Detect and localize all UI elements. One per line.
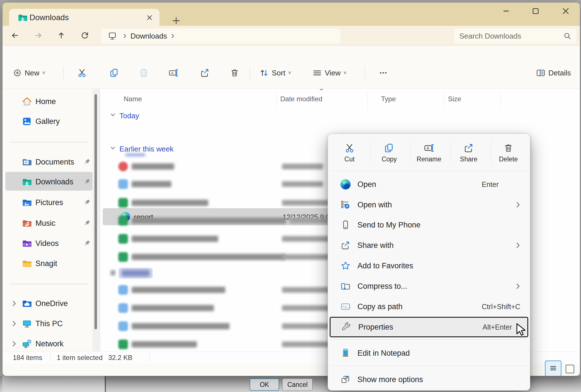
minimize-button[interactable] (494, 4, 519, 18)
tab-close-icon[interactable] (145, 13, 154, 22)
sidebar-item-pictures[interactable]: Pictures (3, 193, 92, 212)
menu-item-send-to-phone[interactable]: Send to My Phone (330, 215, 528, 235)
group-header-earlier-this-week[interactable]: Earlier this week (119, 145, 174, 153)
sidebar-item-label: Videos (35, 239, 59, 248)
delete-quick-button[interactable]: Delete (489, 137, 528, 168)
copy-quick-button[interactable]: Copy (369, 137, 409, 168)
redacted-file-name[interactable] (132, 323, 230, 329)
menu-item-open[interactable]: Open Enter (330, 174, 528, 194)
refresh-icon[interactable] (77, 28, 92, 43)
sidebar-scrollbar-thumb[interactable] (94, 94, 97, 329)
chevron-right-icon[interactable] (10, 340, 18, 347)
redacted-file-name[interactable] (132, 236, 218, 242)
redacted-file-name[interactable] (132, 200, 208, 206)
pin-icon (83, 178, 91, 186)
notepad-icon (340, 348, 351, 358)
redacted-group-label (121, 270, 150, 277)
sidebar-item-documents[interactable]: Documents (3, 153, 92, 171)
maximize-button[interactable] (523, 4, 548, 18)
redacted-file-name[interactable] (132, 181, 171, 187)
redacted-file-name[interactable] (132, 341, 197, 347)
column-header-type[interactable]: Type (381, 95, 396, 103)
breadcrumb-chevron-icon[interactable] (170, 33, 176, 39)
sort-button[interactable]: Sort˅ (259, 64, 291, 82)
doc-file-icon (118, 285, 128, 295)
search-input[interactable] (459, 31, 563, 41)
group-header-today[interactable]: Today (119, 111, 139, 120)
title-bar: Downloads (3, 3, 580, 26)
group-header-redacted[interactable] (119, 268, 153, 278)
forward-icon[interactable] (31, 28, 46, 43)
details-view-toggle[interactable] (545, 361, 561, 376)
new-tab-icon[interactable] (170, 15, 182, 26)
share-button[interactable] (196, 64, 213, 82)
copy-as-path-icon: \\.. (340, 302, 351, 312)
sidebar-item-this-pc[interactable]: This PC (3, 315, 92, 333)
redacted-file-name[interactable] (132, 218, 286, 224)
sidebar-item-videos[interactable]: Videos (3, 234, 92, 252)
menu-item-compress-to[interactable]: Compress to... (330, 276, 528, 296)
chevron-right-icon[interactable] (10, 300, 18, 307)
sidebar-item-label: Home (35, 97, 56, 106)
see-more-button[interactable] (375, 64, 392, 82)
column-divider[interactable] (276, 91, 277, 110)
items-count: 184 items (13, 354, 42, 362)
cancel-button[interactable]: Cancel (282, 378, 313, 391)
menu-item-show-more-options[interactable]: Show more options (330, 369, 528, 389)
thumbnail-view-toggle[interactable] (566, 365, 574, 373)
menu-divider (331, 365, 527, 366)
back-icon[interactable] (8, 28, 22, 43)
search-icon[interactable] (563, 32, 572, 40)
up-icon[interactable] (54, 28, 69, 43)
column-header-name[interactable]: Name (124, 95, 142, 103)
column-header-size[interactable]: Size (448, 95, 461, 103)
open-with-icon (340, 200, 351, 210)
view-button[interactable]: View˅ (312, 64, 346, 82)
column-divider[interactable] (444, 91, 445, 110)
redacted-file-name[interactable] (132, 163, 174, 170)
tab-downloads[interactable]: Downloads (9, 9, 159, 26)
delete-button[interactable] (226, 64, 243, 82)
address-bar[interactable]: Downloads (101, 29, 340, 43)
redacted-file-name[interactable] (132, 305, 214, 311)
documents-folder-icon (22, 157, 32, 167)
cut-quick-button[interactable]: Cut (330, 137, 369, 168)
sidebar-item-downloads[interactable]: Downloads (3, 173, 92, 191)
search-box[interactable] (454, 29, 576, 43)
menu-item-edit-in-notepad[interactable]: Edit in Notepad (330, 343, 528, 363)
new-button[interactable]: New˅ (13, 64, 45, 82)
pictures-folder-icon (22, 197, 32, 208)
sidebar-item-home[interactable]: Home (3, 92, 92, 111)
redacted-file-name[interactable] (132, 254, 285, 260)
details-pane-button[interactable]: Details (536, 64, 571, 82)
chevron-right-icon[interactable] (10, 320, 18, 327)
copy-button[interactable] (106, 64, 123, 82)
breadcrumb-location[interactable]: Downloads (130, 32, 167, 41)
column-divider[interactable] (500, 91, 501, 110)
column-header-date-modified[interactable]: Date modified (280, 95, 322, 103)
redacted-group-chevron[interactable] (111, 270, 115, 275)
menu-item-properties[interactable]: Properties Alt+Enter (330, 317, 528, 337)
paste-button[interactable] (135, 64, 152, 82)
rename-button[interactable]: A (165, 64, 182, 82)
this-pc-icon[interactable] (108, 31, 117, 41)
column-divider[interactable] (367, 91, 368, 110)
close-button[interactable] (553, 4, 578, 18)
share-quick-button[interactable]: Share (449, 137, 489, 168)
sidebar-item-snagit[interactable]: Snagit (3, 254, 92, 273)
sidebar-item-network[interactable]: Network (3, 335, 92, 353)
menu-item-add-to-favorites[interactable]: Add to Favorites (330, 256, 528, 276)
sidebar-item-gallery[interactable]: Gallery (3, 112, 92, 130)
cut-button[interactable] (73, 64, 90, 82)
zip-folder-icon (340, 281, 351, 291)
ok-button[interactable]: OK (250, 378, 279, 391)
group-collapse-chevron[interactable] (110, 112, 116, 118)
sidebar-item-onedrive[interactable]: OneDrive (3, 294, 92, 313)
menu-item-copy-as-path[interactable]: \\.. Copy as path Ctrl+Shift+C (330, 296, 528, 317)
menu-item-share-with[interactable]: Share with (330, 235, 528, 255)
rename-quick-button[interactable]: A Rename (409, 137, 449, 168)
sidebar-item-music[interactable]: Music (3, 214, 92, 232)
redacted-file-name[interactable] (132, 287, 225, 293)
group-collapse-chevron[interactable] (110, 145, 116, 151)
menu-item-open-with[interactable]: Open with (330, 195, 528, 215)
